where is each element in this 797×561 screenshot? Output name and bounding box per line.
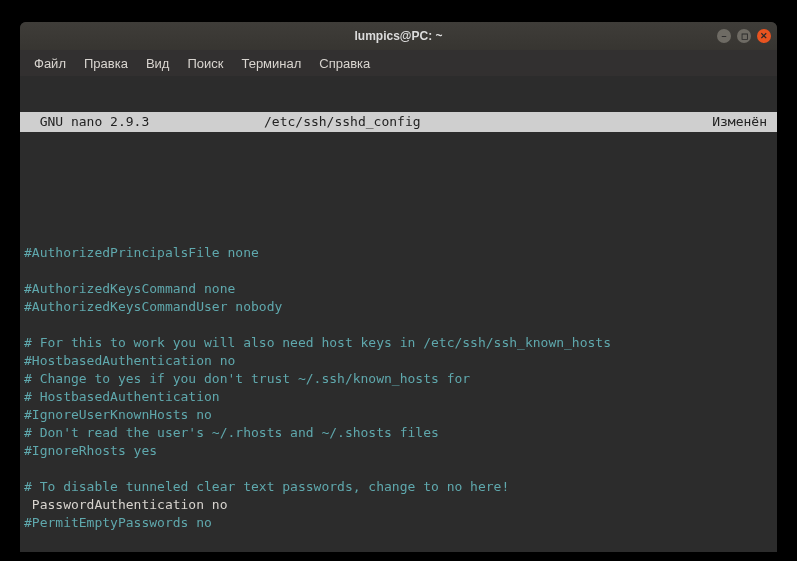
nano-filepath: /etc/ssh/sshd_config bbox=[264, 113, 673, 131]
editor-line: # HostbasedAuthentication bbox=[24, 389, 220, 404]
editor-line: # To disable tunneled clear text passwor… bbox=[24, 479, 509, 494]
editor-line: #PermitEmptyPasswords no bbox=[24, 515, 212, 530]
editor-line: #AuthorizedKeysCommand none bbox=[24, 281, 235, 296]
editor-line bbox=[24, 533, 32, 548]
editor-line bbox=[24, 317, 32, 332]
editor-line bbox=[24, 209, 32, 224]
menu-bar: Файл Правка Вид Поиск Терминал Справка bbox=[20, 50, 777, 76]
editor-line: #AuthorizedPrincipalsFile none bbox=[24, 245, 259, 260]
nano-status: Изменён bbox=[673, 113, 773, 131]
terminal-window: lumpics@PC: ~ – ◻ ✕ Файл Правка Вид Поис… bbox=[20, 22, 777, 552]
close-button[interactable]: ✕ bbox=[757, 29, 771, 43]
nano-version: GNU nano 2.9.3 bbox=[24, 113, 264, 131]
maximize-button[interactable]: ◻ bbox=[737, 29, 751, 43]
minimize-button[interactable]: – bbox=[717, 29, 731, 43]
editor-line: # Change to yes if you don't trust ~/.ss… bbox=[24, 371, 470, 386]
terminal-area[interactable]: GNU nano 2.9.3 /etc/ssh/sshd_config Изме… bbox=[20, 76, 777, 552]
editor-line: # For this to work you will also need ho… bbox=[24, 335, 611, 350]
editor-line: PasswordAuthentication no bbox=[24, 497, 228, 512]
menu-file[interactable]: Файл bbox=[26, 53, 74, 74]
editor-line: #HostbasedAuthentication no bbox=[24, 353, 235, 368]
editor-content: #AuthorizedPrincipalsFile none #Authoriz… bbox=[20, 186, 777, 552]
editor-line bbox=[24, 461, 32, 476]
window-titlebar[interactable]: lumpics@PC: ~ – ◻ ✕ bbox=[20, 22, 777, 50]
editor-line: #AuthorizedKeysCommandUser nobody bbox=[24, 299, 282, 314]
editor-line: #IgnoreRhosts yes bbox=[24, 443, 157, 458]
window-title: lumpics@PC: ~ bbox=[354, 29, 442, 43]
nano-header: GNU nano 2.9.3 /etc/ssh/sshd_config Изме… bbox=[20, 112, 777, 132]
editor-line: # Change to yes to enable challenge-resp… bbox=[24, 551, 603, 552]
menu-help[interactable]: Справка bbox=[311, 53, 378, 74]
window-controls: – ◻ ✕ bbox=[717, 29, 771, 43]
menu-search[interactable]: Поиск bbox=[179, 53, 231, 74]
menu-edit[interactable]: Правка bbox=[76, 53, 136, 74]
editor-line bbox=[24, 263, 32, 278]
editor-line bbox=[24, 227, 32, 242]
editor-line: #IgnoreUserKnownHosts no bbox=[24, 407, 212, 422]
menu-view[interactable]: Вид bbox=[138, 53, 178, 74]
menu-terminal[interactable]: Терминал bbox=[233, 53, 309, 74]
editor-line: # Don't read the user's ~/.rhosts and ~/… bbox=[24, 425, 439, 440]
